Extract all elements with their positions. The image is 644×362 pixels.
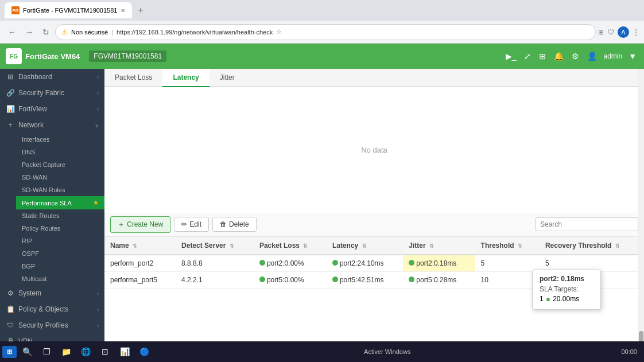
sidebar-label-system: System xyxy=(18,289,97,297)
network-arrow-icon: ∨ xyxy=(95,122,99,129)
dashboard-link-button[interactable]: ⊞ xyxy=(537,50,548,63)
col-name[interactable]: Name ⇅ xyxy=(104,237,176,255)
security-fabric-arrow-icon: › xyxy=(97,90,99,96)
cell-name-1: perform_port2 xyxy=(104,255,176,272)
sidebar-item-system[interactable]: ⚙ System › xyxy=(0,285,104,301)
tab-jitter[interactable]: Jitter xyxy=(210,69,245,87)
user-button[interactable]: 👤 xyxy=(585,50,599,63)
sidebar-item-security-fabric[interactable]: 🔗 Security Fabric › xyxy=(0,85,104,101)
new-tab-button[interactable]: + xyxy=(135,5,145,15)
edit-button[interactable]: ✏ Edit xyxy=(174,217,209,232)
menu-icon[interactable]: ⋮ xyxy=(633,28,639,36)
sidebar-item-dns[interactable]: DNS xyxy=(16,146,104,158)
sidebar-item-policy-routes[interactable]: Policy Routes xyxy=(16,222,104,235)
create-new-button[interactable]: ＋ Create New xyxy=(110,216,170,233)
alerts-button[interactable]: 🔔 xyxy=(552,50,565,63)
search-input[interactable] xyxy=(535,217,638,231)
extensions-icon[interactable]: ⊞ xyxy=(598,28,604,36)
url-text: https://192.168.1.99/ng/network/virtualw… xyxy=(117,29,273,36)
status-dot-1-pl xyxy=(259,260,265,266)
bookmark-icon[interactable]: ☆ xyxy=(276,28,282,36)
col-jitter[interactable]: Jitter ⇅ xyxy=(403,237,475,255)
sidebar-item-policy-objects[interactable]: 📋 Policy & Objects › xyxy=(0,301,104,317)
browser-tab[interactable]: FG FortiGate - FGVM01TM19001581 ✕ xyxy=(5,2,132,18)
sidebar-item-bgp[interactable]: BGP xyxy=(16,260,104,273)
sidebar-item-sd-wan-rules[interactable]: SD-WAN Rules xyxy=(16,184,104,196)
col-recovery-threshold[interactable]: Recovery Threshold ⇅ xyxy=(540,237,644,255)
sidebar-item-multicast[interactable]: Multicast xyxy=(16,273,104,285)
main-layout: ⊞ Dashboard › 🔗 Security Fabric › 📊 Fort… xyxy=(0,69,644,362)
policy-objects-icon: 📋 xyxy=(6,305,15,314)
sidebar: ⊞ Dashboard › 🔗 Security Fabric › 📊 Fort… xyxy=(0,69,104,362)
terminal-button[interactable]: ⊡ xyxy=(96,342,114,361)
tooltip-popup: port2: 0.18ms SLA Targets: 1 ● 20.00ms xyxy=(532,270,601,310)
tooltip-sla-row: 1 ● 20.00ms xyxy=(540,294,593,303)
back-button[interactable]: ← xyxy=(5,25,20,39)
tab-packet-loss[interactable]: Packet Loss xyxy=(104,69,162,87)
tab-favicon: FG xyxy=(11,6,20,14)
taskbar-time: 00:00 xyxy=(621,348,642,355)
sidebar-item-sd-wan[interactable]: SD-WAN xyxy=(16,171,104,184)
name-sort-icon: ⇅ xyxy=(133,243,137,249)
cell-recovery-threshold-1: 5 xyxy=(540,255,644,272)
fg-header-right: ▶_ ⤢ ⊞ 🔔 ⚙ 👤 admin ▼ xyxy=(504,50,638,63)
create-new-label: Create New xyxy=(127,220,163,228)
forward-button[interactable]: → xyxy=(22,25,37,39)
cell-threshold-2: 10 xyxy=(475,271,540,288)
search-taskbar-button[interactable]: 🔍 xyxy=(18,342,36,361)
col-threshold[interactable]: Threshold ⇅ xyxy=(475,237,540,255)
address-box[interactable]: ⚠ Non sécurisé | https://192.168.1.99/ng… xyxy=(55,24,596,40)
latency-sort-icon: ⇅ xyxy=(362,243,367,249)
cli-button[interactable]: ▶_ xyxy=(504,50,518,63)
fullscreen-button[interactable]: ⤢ xyxy=(522,50,533,63)
tab-close-button[interactable]: ✕ xyxy=(121,7,125,14)
cell-jitter-1: port2:0.18ms xyxy=(403,255,475,272)
tab-latency[interactable]: Latency xyxy=(162,69,209,87)
sidebar-item-interfaces[interactable]: Interfaces xyxy=(16,133,104,146)
sidebar-item-dashboard[interactable]: ⊞ Dashboard › xyxy=(0,69,104,85)
dashboard-icon: ⊞ xyxy=(6,72,15,81)
app5-button[interactable]: 📊 xyxy=(115,342,134,361)
cell-jitter-2: port5:0.28ms xyxy=(403,271,475,288)
file-explorer-button[interactable]: 📁 xyxy=(57,342,75,361)
browser-chrome: FG FortiGate - FGVM01TM19001581 ✕ + ← → … xyxy=(0,0,644,44)
sidebar-label-fortiview: FortiView xyxy=(18,105,97,113)
threshold-sort-icon: ⇅ xyxy=(518,243,522,249)
fortinet-ext-icon[interactable]: 🛡 xyxy=(607,28,614,36)
task-view-button[interactable]: ❐ xyxy=(37,342,56,361)
sidebar-item-static-routes[interactable]: Static Routes xyxy=(16,209,104,222)
sidebar-item-performance-sla[interactable]: Performance SLA ★ xyxy=(16,196,104,209)
content-tab-bar: Packet Loss Latency Jitter xyxy=(104,69,644,87)
delete-button[interactable]: 🗑 Delete xyxy=(212,217,257,232)
tab-bar-chrome: FG FortiGate - FGVM01TM19001581 ✕ + xyxy=(0,0,644,21)
col-detect-server[interactable]: Detect Server ⇅ xyxy=(176,237,254,255)
chart-area: No data xyxy=(104,87,644,213)
performance-sla-star-icon: ★ xyxy=(93,199,99,207)
table-row[interactable]: perform_port2 8.8.8.8 port2:0.00% port2:… xyxy=(104,255,644,272)
sidebar-item-rip[interactable]: RIP xyxy=(16,235,104,247)
sidebar-item-packet-capture[interactable]: Packet Capture xyxy=(16,158,104,171)
sidebar-item-security-profiles[interactable]: 🛡 Security Profiles › xyxy=(0,317,104,333)
status-dot-1-jit xyxy=(409,260,414,266)
col-packet-loss[interactable]: Packet Loss ⇅ xyxy=(254,237,327,255)
profile-icon[interactable]: A xyxy=(618,26,629,38)
delete-label: Delete xyxy=(229,220,249,228)
reload-button[interactable]: ↻ xyxy=(39,25,53,39)
tooltip-title: port2: 0.18ms xyxy=(540,275,593,283)
sidebar-item-network[interactable]: + Network ∨ xyxy=(0,117,104,133)
settings-button[interactable]: ⚙ xyxy=(570,50,581,63)
more-button[interactable]: ▼ xyxy=(627,50,638,63)
app6-button[interactable]: 🔵 xyxy=(135,342,153,361)
fortiview-arrow-icon: › xyxy=(97,106,99,112)
sidebar-label-static-routes: Static Routes xyxy=(22,212,99,219)
edit-icon: ✏ xyxy=(181,220,187,228)
sidebar-item-fortiview[interactable]: 📊 FortiView › xyxy=(0,101,104,117)
sidebar-item-ospf[interactable]: OSPF xyxy=(16,247,104,260)
fortiview-icon: 📊 xyxy=(6,104,15,114)
start-button[interactable]: ⊞ xyxy=(2,346,17,358)
policy-objects-arrow-icon: › xyxy=(97,306,99,313)
browser-taskbar-button[interactable]: 🌐 xyxy=(76,342,95,361)
col-latency[interactable]: Latency ⇅ xyxy=(327,237,403,255)
tooltip-sla-value: 20.00ms xyxy=(553,295,579,303)
cell-detect-server-2: 4.2.2.1 xyxy=(176,271,254,288)
